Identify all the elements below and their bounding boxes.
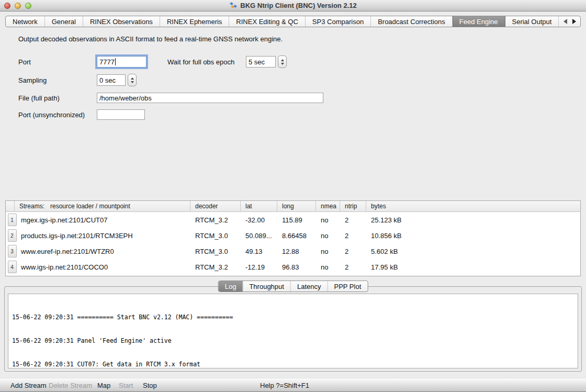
cell-ntrip: 2 (340, 216, 366, 224)
add-stream-button[interactable]: Add Stream (10, 382, 47, 389)
tab-throughput[interactable]: Throughput (243, 281, 291, 292)
col-header-bytes[interactable]: bytes (366, 201, 580, 211)
col-header-mountpoint[interactable]: Streams: resource loader / mountpoint (14, 201, 190, 211)
tab-ppp-plot[interactable]: PPP Plot (328, 281, 367, 292)
port-input-value: 7777 (99, 58, 115, 66)
text-caret (115, 58, 116, 65)
log-line: 15-06-22 09:20:31 ========== Start BNC v… (12, 313, 574, 321)
row-number[interactable]: 4 (8, 261, 17, 273)
titlebar[interactable]: BKG Ntrip Client (BNC) Version 2.12 (0, 0, 586, 12)
cell-long: 115.89 (277, 216, 315, 224)
col-header-streams-prefix: Streams: (19, 203, 44, 210)
main-tab-bar: Network General RINEX Observations RINEX… (5, 16, 581, 27)
stepper-up-icon[interactable] (281, 59, 284, 61)
port-input[interactable]: 7777 (97, 56, 146, 68)
tab-scroll-arrows (559, 16, 580, 27)
log-line: 15-06-22 09:20:31 CUT07: Get data in RTC… (12, 361, 574, 368)
tab-latency[interactable]: Latency (291, 281, 328, 292)
table-row[interactable]: 2 products.igs-ip.net:2101/RTCM3EPH RTCM… (6, 228, 580, 243)
tab-rinex-ephemeris[interactable]: RINEX Ephemeris (160, 16, 229, 27)
file-path-value: /home/weber/obs (99, 94, 152, 102)
tab-rinex-editing-qc[interactable]: RINEX Editing & QC (229, 16, 306, 27)
stop-button[interactable]: Stop (143, 382, 157, 389)
log-panel: Log Throughput Latency PPP Plot 15-06-22… (4, 286, 582, 372)
tab-scroll-left-icon[interactable] (564, 19, 567, 24)
sampling-stepper[interactable] (128, 74, 137, 86)
minimize-window-icon[interactable] (15, 3, 21, 9)
window-controls (4, 3, 31, 9)
cell-ntrip: 2 (340, 263, 366, 271)
cell-lat: -32.00 (240, 216, 277, 224)
streams-table-header: Streams: resource loader / mountpoint de… (6, 201, 580, 212)
cell-mountpoint: www.igs-ip.net:2101/COCO0 (18, 263, 190, 271)
col-header-lat[interactable]: lat (240, 201, 277, 211)
row-number[interactable]: 2 (8, 229, 17, 242)
wait-epoch-label: Wait for full obs epoch (167, 58, 234, 66)
cell-lat: 50.089... (240, 232, 277, 240)
stepper-down-icon[interactable] (281, 63, 284, 65)
tab-broadcast-corrections[interactable]: Broadcast Corrections (371, 16, 453, 27)
tab-sp3-comparison[interactable]: SP3 Comparison (306, 16, 371, 27)
table-row[interactable]: 1 mgex.igs-ip.net:2101/CUT07 RTCM_3.2 -3… (6, 212, 580, 228)
close-window-icon[interactable] (4, 3, 10, 9)
cell-nmea: no (315, 263, 340, 271)
cell-bytes: 5.602 kB (366, 248, 580, 255)
sampling-label: Sampling (18, 76, 47, 84)
stepper-up-icon[interactable] (131, 77, 134, 80)
cell-mountpoint: www.euref-ip.net:2101/WTZR0 (18, 248, 190, 255)
stepper-down-icon[interactable] (131, 81, 134, 83)
cell-mountpoint: products.igs-ip.net:2101/RTCM3EPH (18, 232, 190, 240)
port-unsync-input[interactable] (97, 109, 145, 120)
tab-network[interactable]: Network (6, 16, 45, 27)
cell-decoder: RTCM_3.2 (190, 216, 240, 224)
delete-stream-button[interactable]: Delete Stream (49, 382, 92, 389)
col-header-mountpoint-text: resource loader / mountpoint (50, 203, 130, 210)
wait-epoch-stepper[interactable] (278, 55, 287, 68)
window-title: BKG Ntrip Client (BNC) Version 2.12 (229, 2, 356, 9)
panel-description: Output decoded observations in ASCII for… (18, 35, 283, 43)
wait-epoch-input[interactable]: 5 sec (246, 56, 276, 68)
port-label: Port (18, 58, 31, 66)
sampling-value: 0 sec (99, 76, 116, 84)
bnc-window: BKG Ntrip Client (BNC) Version 2.12 Netw… (0, 0, 586, 392)
cell-decoder: RTCM_3.0 (190, 232, 240, 240)
window-title-text: BKG Ntrip Client (BNC) Version 2.12 (240, 2, 356, 9)
log-output[interactable]: 15-06-22 09:20:31 ========== Start BNC v… (8, 294, 578, 368)
cell-ntrip: 2 (340, 232, 366, 240)
cell-bytes: 17.95 kB (366, 263, 580, 271)
tab-log[interactable]: Log (219, 281, 243, 292)
cell-nmea: no (315, 232, 340, 240)
tab-rinex-observations[interactable]: RINEX Observations (83, 16, 160, 27)
cell-bytes: 10.856 kB (366, 232, 580, 240)
tab-feed-engine[interactable]: Feed Engine (453, 16, 505, 27)
row-number[interactable]: 1 (8, 214, 17, 226)
cell-decoder: RTCM_3.0 (190, 248, 240, 255)
help-shortcut-label: Help ?=Shift+F1 (260, 382, 309, 389)
col-header-decoder[interactable]: decoder (190, 201, 240, 211)
cell-nmea: no (315, 248, 340, 255)
tab-serial-output[interactable]: Serial Output (505, 16, 559, 27)
sampling-input[interactable]: 0 sec (97, 74, 126, 86)
col-header-nmea[interactable]: nmea (315, 201, 340, 211)
table-row[interactable]: 3 www.euref-ip.net:2101/WTZR0 RTCM_3.0 4… (6, 243, 580, 259)
cell-ntrip: 2 (340, 248, 366, 255)
map-button[interactable]: Map (97, 382, 110, 389)
cell-nmea: no (315, 216, 340, 224)
app-icon (229, 2, 238, 9)
file-path-input[interactable]: /home/weber/obs (97, 93, 323, 103)
zoom-window-icon[interactable] (25, 3, 31, 9)
cell-lat: -12.19 (240, 263, 277, 271)
cell-lat: 49.13 (240, 248, 277, 255)
cell-bytes: 25.123 kB (366, 216, 580, 224)
streams-table: Streams: resource loader / mountpoint de… (5, 200, 581, 276)
table-row[interactable]: 4 www.igs-ip.net:2101/COCO0 RTCM_3.2 -12… (6, 259, 580, 275)
tab-general[interactable]: General (45, 16, 83, 27)
col-header-ntrip[interactable]: ntrip (340, 201, 366, 211)
header-corner (6, 201, 14, 211)
row-number[interactable]: 3 (8, 245, 17, 257)
cell-long: 8.66458 (277, 232, 315, 240)
port-unsync-label: Port (unsynchronized) (18, 111, 85, 119)
start-button[interactable]: Start (119, 382, 133, 389)
tab-scroll-right-icon[interactable] (572, 19, 576, 24)
col-header-long[interactable]: long (277, 201, 315, 211)
